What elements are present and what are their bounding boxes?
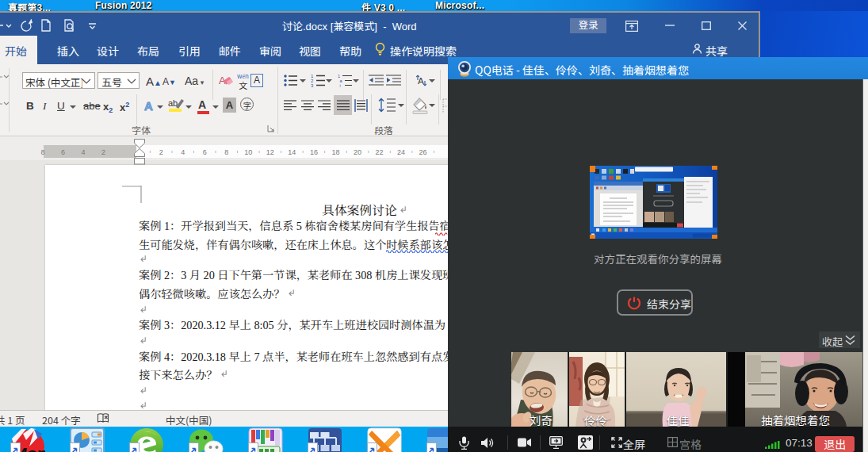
svg-text:12: 12 [266,148,274,156]
svg-text:8: 8 [40,148,44,156]
svg-text:ab: ab [168,98,178,108]
svg-text:2: 2 [159,148,163,156]
svg-text:A: A [418,76,424,86]
svg-text:26: 26 [419,148,427,156]
svg-text:6: 6 [61,148,65,156]
svg-text:2: 2 [101,148,105,156]
svg-text:20: 20 [354,148,361,156]
svg-text:16: 16 [310,148,318,156]
svg-text:22: 22 [376,148,384,156]
svg-text:24: 24 [397,148,405,156]
svg-text:4: 4 [181,148,185,156]
svg-text:i: i [340,83,341,87]
svg-text:18: 18 [331,148,339,156]
svg-text:3: 3 [311,83,314,87]
svg-text:6: 6 [203,148,207,156]
svg-text:10: 10 [244,148,252,156]
svg-text:8: 8 [224,148,228,156]
svg-text:14: 14 [288,148,296,156]
svg-text:4: 4 [81,148,85,156]
